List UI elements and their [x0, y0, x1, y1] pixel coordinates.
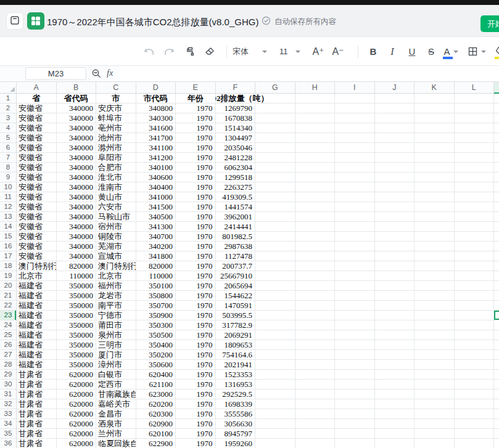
cell[interactable]: 甘肃省 [17, 380, 57, 389]
cell[interactable] [295, 370, 336, 380]
cell[interactable]: 1544622 [216, 291, 256, 301]
cell[interactable]: 蚌埠市 [96, 113, 136, 123]
cell[interactable]: 620000 [57, 399, 97, 409]
cell[interactable] [295, 251, 336, 261]
cell[interactable] [335, 429, 375, 439]
cell[interactable] [494, 242, 499, 251]
cell[interactable] [375, 222, 415, 232]
row-number[interactable]: 28 [0, 360, 17, 370]
cell[interactable]: 年份 [176, 94, 216, 104]
cell[interactable] [375, 123, 415, 133]
cell[interactable]: 定西市 [96, 380, 136, 389]
column-header-F[interactable]: F [216, 82, 256, 94]
cell[interactable]: 620300 [136, 409, 176, 419]
cell[interactable] [255, 409, 295, 419]
cell[interactable] [295, 429, 336, 439]
cell[interactable] [494, 123, 499, 133]
cell[interactable] [494, 222, 499, 232]
cell[interactable] [295, 409, 336, 419]
fill-color-button[interactable] [492, 43, 499, 61]
cell[interactable] [455, 163, 495, 173]
cell[interactable]: 泉州市 [96, 330, 136, 340]
cell[interactable] [414, 182, 455, 192]
cell[interactable]: 340000 [57, 222, 97, 232]
cell[interactable]: 福建省 [17, 281, 57, 291]
cell[interactable] [494, 409, 499, 419]
cell[interactable] [494, 212, 499, 222]
cell[interactable]: 350000 [57, 350, 97, 360]
cell[interactable] [255, 340, 295, 350]
cell[interactable] [295, 399, 336, 409]
cell[interactable]: 621100 [136, 380, 176, 389]
cell[interactable]: 安徽省 [17, 242, 57, 251]
cell[interactable] [295, 153, 336, 163]
select-all-corner[interactable] [0, 82, 17, 94]
cell[interactable] [335, 123, 375, 133]
cell[interactable] [255, 320, 295, 330]
cell[interactable] [295, 113, 336, 123]
cell[interactable]: 安徽省 [17, 163, 57, 173]
cell[interactable] [255, 251, 295, 261]
cell[interactable]: 340000 [57, 202, 97, 212]
cell[interactable] [335, 340, 375, 350]
cell[interactable] [335, 182, 375, 192]
cell[interactable] [414, 192, 455, 202]
cell[interactable] [414, 340, 455, 350]
cell[interactable] [375, 133, 415, 143]
cell[interactable]: 350000 [57, 311, 97, 320]
cell[interactable] [414, 261, 455, 271]
cell[interactable]: 1970 [176, 340, 216, 350]
cell[interactable] [455, 340, 495, 350]
cell[interactable]: 340000 [57, 242, 97, 251]
cell[interactable]: 620000 [57, 419, 97, 429]
cell[interactable]: 1970 [176, 133, 216, 143]
cell[interactable]: 龙岩市 [96, 291, 136, 301]
cell[interactable]: 623000 [136, 389, 176, 399]
cell[interactable]: 340000 [57, 182, 97, 192]
cell[interactable]: 317782.9 [216, 320, 256, 330]
cell[interactable]: 1970 [176, 123, 216, 133]
cell[interactable]: 350500 [136, 330, 176, 340]
cell[interactable] [494, 429, 499, 439]
cell[interactable] [414, 133, 455, 143]
cell[interactable] [414, 104, 455, 113]
underline-button[interactable]: U [402, 43, 422, 61]
cell[interactable]: 滁州市 [96, 143, 136, 153]
cell[interactable] [494, 350, 499, 360]
cell[interactable] [375, 173, 415, 182]
cell[interactable] [455, 360, 495, 370]
cell[interactable] [375, 271, 415, 281]
cell[interactable] [335, 370, 375, 380]
cell[interactable] [255, 104, 295, 113]
cell[interactable]: 安徽省 [17, 133, 57, 143]
cell[interactable]: 1970 [176, 182, 216, 192]
cell[interactable]: 金昌市 [96, 409, 136, 419]
cell[interactable]: 1670838 [216, 113, 256, 123]
cell[interactable] [295, 123, 336, 133]
cell[interactable]: 安徽省 [17, 182, 57, 192]
cell[interactable] [335, 251, 375, 261]
row-number[interactable]: 15 [0, 232, 17, 242]
row-number[interactable]: 3 [0, 113, 17, 123]
cell[interactable]: 1970 [176, 222, 216, 232]
cell[interactable] [455, 251, 495, 261]
column-header-J[interactable]: J [375, 82, 415, 94]
formula-input[interactable] [120, 66, 499, 81]
cell[interactable] [335, 291, 375, 301]
cell[interactable] [414, 173, 455, 182]
cell[interactable] [375, 94, 415, 104]
cell[interactable] [414, 143, 455, 153]
cell[interactable] [455, 123, 495, 133]
cell[interactable]: 1299518 [216, 173, 256, 182]
cell[interactable]: 宁德市 [96, 311, 136, 320]
cell[interactable] [295, 389, 336, 399]
cell[interactable] [455, 389, 495, 399]
column-header-m-partial[interactable] [494, 82, 499, 94]
cell[interactable] [335, 389, 375, 399]
cell[interactable] [335, 192, 375, 202]
cell[interactable]: 350000 [57, 301, 97, 311]
cell[interactable]: 三明市 [96, 340, 136, 350]
cell[interactable] [455, 301, 495, 311]
cell[interactable]: 安徽省 [17, 192, 57, 202]
cell[interactable]: 1970 [176, 163, 216, 173]
